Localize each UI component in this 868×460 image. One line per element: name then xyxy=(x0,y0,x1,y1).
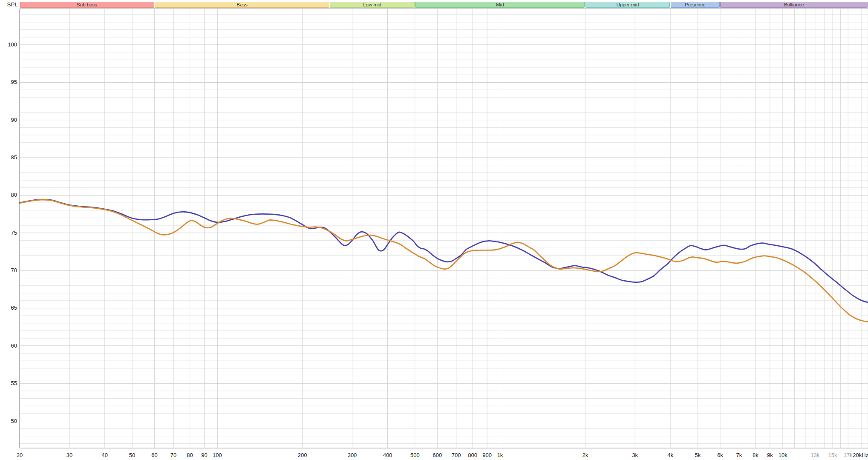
y-tick-label: 90 xyxy=(0,117,17,124)
y-tick-label: 70 xyxy=(0,267,17,274)
x-tick-label: 9k xyxy=(767,452,773,458)
x-tick-label: 50 xyxy=(129,452,135,458)
x-tick-label: 400 xyxy=(383,452,392,458)
x-tick-label: 3k xyxy=(632,452,638,458)
x-tick-label: 20 xyxy=(17,452,23,458)
x-tick-label: 70 xyxy=(170,452,176,458)
y-tick-label: 60 xyxy=(0,342,17,349)
x-tick-label: 90 xyxy=(201,452,207,458)
x-tick-label: 1k xyxy=(497,452,503,458)
x-tick-label: 20kHz xyxy=(853,452,868,458)
x-tick-label: 30 xyxy=(66,452,72,458)
x-tick-label: 60 xyxy=(151,452,157,458)
x-tick-label: 100 xyxy=(213,452,222,458)
grid-horizontal xyxy=(20,14,868,443)
x-tick-label: 5k xyxy=(695,452,701,458)
x-tick-label: 500 xyxy=(410,452,420,458)
y-tick-label: 55 xyxy=(0,380,17,387)
x-tick-label: 8k xyxy=(753,452,758,458)
x-tick-label: 10k xyxy=(779,452,787,458)
x-tick-label: 13k xyxy=(810,452,819,458)
frequency-response-chart: SPL Sub bassBassLow midMidUpper midPrese… xyxy=(0,0,868,460)
x-tick-label: 17k xyxy=(844,452,853,458)
x-tick-label: 600 xyxy=(433,452,442,458)
x-tick-label: 300 xyxy=(348,452,357,458)
y-tick-label: 75 xyxy=(0,230,17,236)
x-tick-label: 80 xyxy=(187,452,193,458)
x-tick-label: 7k xyxy=(736,452,742,458)
x-tick-label: 40 xyxy=(102,452,108,458)
curve-indigo xyxy=(20,199,868,302)
y-tick-label: 80 xyxy=(0,192,17,198)
x-tick-label: 700 xyxy=(452,452,461,458)
plot-area xyxy=(0,0,868,460)
x-tick-label: 200 xyxy=(298,452,307,458)
x-tick-label: 15k xyxy=(828,452,837,458)
y-tick-label: 65 xyxy=(0,305,17,311)
y-tick-label: 95 xyxy=(0,79,17,86)
x-tick-label: 900 xyxy=(482,452,492,458)
y-tick-label: 50 xyxy=(0,418,17,425)
x-tick-label: 800 xyxy=(468,452,477,458)
x-tick-label: 6k xyxy=(717,452,723,458)
x-tick-label: 4k xyxy=(667,452,673,458)
x-tick-label: 2k xyxy=(582,452,588,458)
y-tick-label: 100 xyxy=(0,41,17,48)
y-tick-label: 85 xyxy=(0,154,17,161)
